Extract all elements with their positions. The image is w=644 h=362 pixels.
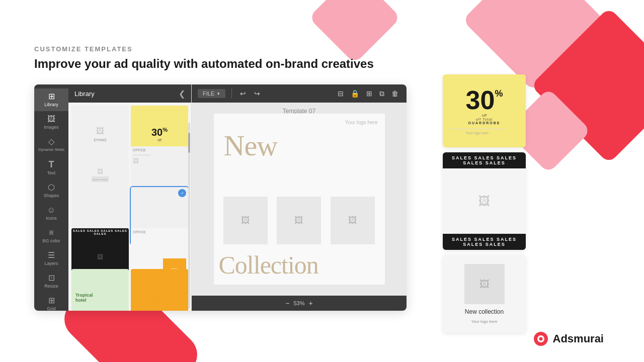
canvas-logo-text: Your logo here	[345, 120, 378, 125]
preview-sales-content: 🖼	[443, 168, 526, 234]
panel-scrollbar-thumb[interactable]	[188, 133, 190, 153]
preview-sales-img-icon: 🖼	[478, 194, 491, 208]
thumb7-ticker: SALES SALES SALES SALES SALES	[71, 228, 129, 236]
canvas-img-2[interactable]: 🖼	[277, 197, 321, 244]
thumb10-text: new collectionnew collectionnew collecti…	[133, 288, 165, 307]
zoom-level: 53%	[293, 300, 304, 306]
thumb4-label: OFFICE	[133, 148, 146, 152]
thumb2-discount: 30%	[151, 127, 168, 138]
sidebar-label-text: Text	[47, 170, 56, 175]
preview-sales-bottom: SALES SALES SALES SALES SALES	[443, 234, 526, 250]
sidebar: ⊞ Library 🖼 Images ◇ Dynamic fields T Te…	[34, 84, 68, 311]
adsmurai-logo: Adsmurai	[533, 331, 604, 347]
sidebar-item-library[interactable]: ⊞ Library	[34, 88, 68, 111]
thumb8-label: OFFICE	[133, 230, 146, 234]
canvas-image-row: 🖼 🖼 🖼	[214, 197, 385, 244]
canvas-img-2-icon: 🖼	[294, 215, 303, 226]
thumb4-img: 🖼	[133, 157, 139, 164]
preview-yellow-content: 30 % off off Total GUARDROBE Your logo h…	[443, 74, 526, 147]
grid-icon: ⊞	[48, 297, 55, 305]
editor-main: FILE ▼ ↩ ↪ ⊟ 🔒 ⊞ ⧉ 🗑 Template 07 Your lo…	[192, 84, 407, 311]
undo-button[interactable]: ↩	[238, 88, 248, 99]
sidebar-item-bgcolor[interactable]: ≡ BG color	[34, 225, 68, 247]
sidebar-label-layers: Layers	[44, 261, 58, 266]
preview-card-yellow[interactable]: 30 % off off Total GUARDROBE Your logo h…	[443, 74, 526, 147]
preview-discount-row: 30 %	[449, 87, 520, 113]
zoom-bar: − 53% +	[192, 296, 407, 311]
preview-nc-img-icon: 🖼	[479, 279, 490, 290]
preview-nc-img-placeholder: 🖼	[464, 264, 505, 304]
sidebar-item-dynamic[interactable]: ◇ Dynamic fields	[34, 134, 68, 156]
panel-header: Library ❮	[68, 84, 191, 103]
sidebar-item-resize[interactable]: ⊡ Resize	[34, 270, 68, 293]
preview-column: 30 % off off Total GUARDROBE Your logo h…	[443, 74, 526, 333]
icons-icon: ☺	[47, 206, 55, 214]
lock-button[interactable]: 🔒	[349, 88, 361, 99]
canvas-img-1-icon: 🖼	[241, 215, 250, 226]
canvas-collection-text[interactable]: Collection	[219, 250, 318, 280]
distribute-button[interactable]: ⊞	[364, 88, 374, 99]
canvas-img-3[interactable]: 🖼	[331, 197, 375, 244]
canvas-img-1[interactable]: 🖼	[223, 197, 268, 244]
sidebar-label-resize: Resize	[44, 284, 58, 289]
redo-button[interactable]: ↪	[252, 88, 262, 99]
preview-percent-sign: %	[495, 89, 503, 98]
delete-button[interactable]: 🗑	[389, 88, 400, 99]
thumb1-label: DYING	[94, 138, 106, 142]
adsmurai-icon	[533, 331, 549, 347]
file-chevron-icon: ▼	[216, 92, 220, 96]
zoom-out-button[interactable]: −	[285, 299, 289, 307]
preview-30-text: 30	[466, 87, 495, 113]
panel-close-button[interactable]: ❮	[179, 89, 185, 99]
canvas-new-text[interactable]: New	[224, 129, 278, 162]
library-panel: Library ❮ 🖼 DYING 30% off 🖼	[68, 84, 192, 311]
sidebar-label-dynamic: Dynamic fields	[38, 147, 64, 152]
preview-nc-title: New collection	[465, 308, 504, 315]
editor-container: ⊞ Library 🖼 Images ◇ Dynamic fields T Te…	[34, 84, 407, 311]
svg-point-2	[539, 337, 542, 341]
main-headline: Improve your ad quality with automated o…	[34, 57, 374, 71]
preview-card-sales[interactable]: SALES SALES SALES SALES SALES 🖼 SALES SA…	[443, 152, 526, 250]
template-grid: 🖼 DYING 30% off 🖼 —— —— OFFICE	[68, 103, 191, 311]
sidebar-label-grid: Grid	[47, 306, 55, 311]
sidebar-item-grid[interactable]: ⊞ Grid	[34, 293, 68, 311]
toolbar-right: ⊟ 🔒 ⊞ ⧉ 🗑	[336, 88, 400, 99]
align-button[interactable]: ⊟	[336, 88, 346, 99]
preview-new-collection-content: 🖼 New collection Your logo here	[443, 255, 526, 333]
shapes-icon: ⬡	[48, 184, 55, 192]
thumb4-sub: —————	[133, 153, 150, 156]
preview-subtitle: off Total	[449, 118, 520, 121]
preview-sales-top: SALES SALES SALES SALES SALES	[443, 152, 526, 168]
thumb2-label: off	[157, 138, 162, 142]
preview-card-new-collection[interactable]: 🖼 New collection Your logo here	[443, 255, 526, 333]
sidebar-label-images: Images	[44, 125, 59, 130]
customize-label: CUSTOMIZE TEMPLATES	[34, 45, 374, 53]
sidebar-label-icons: Icons	[46, 216, 57, 221]
resize-icon: ⊡	[48, 274, 55, 282]
preview-off-label: off	[449, 113, 520, 118]
toolbar: FILE ▼ ↩ ↪ ⊟ 🔒 ⊞ ⧉ 🗑	[192, 84, 407, 103]
sidebar-item-icons[interactable]: ☺ Icons	[34, 202, 68, 225]
canvas-img-3-icon: 🖼	[348, 215, 357, 226]
thumb1-img-icon: 🖼	[96, 127, 104, 136]
template-thumb-10[interactable]: new collectionnew collectionnew collecti…	[131, 269, 188, 311]
text-icon: T	[49, 160, 54, 169]
copy-button[interactable]: ⧉	[377, 88, 386, 99]
canvas-frame[interactable]: Your logo here New 🖼 🖼 🖼 Collection	[214, 114, 385, 285]
sidebar-item-layers[interactable]: ☰ Layers	[34, 247, 68, 270]
template-thumb-9[interactable]: Tropicalhotel	[71, 269, 129, 311]
file-button[interactable]: FILE ▼	[198, 89, 225, 98]
panel-title: Library	[74, 90, 95, 98]
sidebar-item-images[interactable]: 🖼 Images	[34, 111, 68, 134]
thumb3-img: 🖼	[97, 168, 103, 175]
sidebar-label-shapes: Shapes	[44, 193, 59, 198]
panel-scrollbar-track	[188, 123, 190, 309]
sidebar-item-text[interactable]: T Text	[34, 156, 68, 179]
preview-nc-logo: Your logo here	[471, 319, 498, 324]
thumb3-text: —— ——	[92, 176, 109, 182]
sidebar-item-shapes[interactable]: ⬡ Shapes	[34, 179, 68, 202]
dynamic-icon: ◇	[48, 138, 54, 146]
thumb6-select-indicator: ✓	[178, 189, 186, 197]
zoom-in-button[interactable]: +	[309, 299, 313, 307]
preview-card1-logo: Your logo here	[449, 129, 506, 135]
